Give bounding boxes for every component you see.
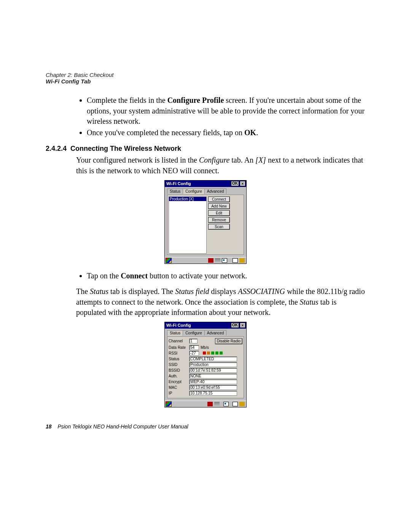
text: Your configured network is listed in the: [76, 156, 199, 164]
battery-icon[interactable]: [233, 402, 238, 406]
tab-advanced[interactable]: Advanced: [204, 189, 226, 194]
data-rate-label: Data Rate: [169, 345, 189, 350]
network-list-item[interactable]: Production [X]: [169, 197, 206, 201]
auth-label: Auth.: [169, 374, 189, 378]
tab-advanced[interactable]: Advanced: [204, 330, 226, 335]
text-bold: Connect: [121, 272, 148, 280]
bssid-label: BSSID: [169, 368, 189, 372]
ssid-label: SSID: [169, 363, 189, 367]
instruction-list: Complete the fields in the Configure Pro…: [76, 95, 365, 138]
mac-label: MAC: [169, 385, 189, 390]
list-item: Once you've completed the necessary fiel…: [87, 128, 365, 138]
text: tab is displayed. The: [108, 287, 175, 296]
text: Once you've completed the necessary fiel…: [87, 128, 244, 137]
data-rate-unit: Mb/s: [201, 345, 209, 350]
signal-bar: [207, 351, 210, 355]
dialog-titlebar: Wi-Fi Config OK ×: [165, 322, 246, 329]
text-italic: Status: [90, 287, 108, 296]
dialog-titlebar: Wi-Fi Config OK ×: [165, 181, 246, 187]
text-italic: ASSOCIATING: [238, 287, 285, 296]
tab-status[interactable]: Status: [167, 189, 183, 194]
start-icon[interactable]: [166, 401, 172, 407]
tab-configure[interactable]: Configure: [183, 189, 204, 194]
text-italic: Status: [300, 298, 319, 306]
text: tab. An: [229, 156, 255, 164]
text-bold: OK: [244, 128, 256, 137]
signal-bars: [203, 351, 224, 355]
dialog-title: Wi-Fi Config: [166, 181, 231, 186]
text: Complete the fields in the: [87, 96, 167, 104]
footer-text: Psion Teklogix NEO Hand-Held Computer Us…: [57, 423, 188, 430]
text: button to activate your network.: [148, 272, 247, 280]
signal-bar: [220, 351, 223, 355]
section-title: Connecting The Wireless Network: [70, 145, 181, 152]
body-paragraph: The Status tab is displayed. The Status …: [76, 286, 365, 318]
tab-status[interactable]: Status: [167, 330, 183, 336]
ip-label: IP: [169, 391, 189, 395]
channel-label: Channel: [169, 339, 189, 343]
tab-configure[interactable]: Configure: [183, 330, 204, 335]
remove-button[interactable]: Remove: [208, 217, 230, 223]
tray-icon[interactable]: [215, 258, 220, 263]
wifi-config-status-dialog: Wi-Fi Config OK × Status Configure Advan…: [164, 322, 247, 407]
tab-strip: Status Configure Advanced: [167, 330, 244, 335]
tray-icon[interactable]: [214, 402, 220, 406]
rssi-label: RSSI: [169, 351, 189, 355]
tab-strip: Status Configure Advanced: [167, 189, 244, 194]
scan-button[interactable]: Scan: [208, 224, 230, 230]
signal-bar: [211, 351, 214, 355]
list-item: Complete the fields in the Configure Pro…: [87, 95, 365, 127]
taskbar: [165, 401, 246, 407]
data-rate-value: 54: [189, 345, 199, 350]
tray-icon[interactable]: [223, 402, 229, 406]
close-icon[interactable]: ×: [240, 181, 245, 186]
auth-value: NONE: [189, 374, 237, 379]
encrypt-value: WEP-40: [189, 379, 237, 384]
text-italic: [X]: [255, 156, 266, 164]
instruction-list: Tap on the Connect button to activate yo…: [76, 271, 365, 281]
text: The: [76, 287, 90, 296]
status-label: Status: [169, 357, 189, 361]
wifi-config-configure-dialog: Wi-Fi Config OK × Status Configure Advan…: [164, 180, 247, 264]
encrypt-label: Encrypt: [169, 380, 189, 384]
mac-value: 00:13:e0:9d:ef:55: [189, 385, 237, 390]
edit-button[interactable]: Edit: [208, 210, 230, 216]
section-number: 2.4.2.4: [46, 145, 67, 152]
tray-icon[interactable]: [222, 258, 227, 263]
tray-icon[interactable]: [208, 258, 213, 263]
text: .: [256, 128, 258, 137]
start-icon[interactable]: [166, 258, 172, 263]
list-item: Tap on the Connect button to activate yo…: [87, 271, 365, 281]
text-bold: Configure Profile: [167, 96, 224, 104]
text: Tap on the: [87, 272, 121, 280]
tray-icon[interactable]: [239, 402, 245, 406]
bssid-value: 00:1d:7e:51:82:59: [189, 368, 237, 373]
rssi-value: -27: [189, 351, 199, 356]
chapter-header: Chapter 2: Basic Checkout: [46, 72, 365, 78]
ok-button[interactable]: OK: [231, 323, 239, 328]
chapter-subheader: Wi-Fi Config Tab: [46, 78, 365, 85]
close-icon[interactable]: ×: [240, 323, 245, 328]
text-italic: Status field: [175, 287, 209, 296]
ok-button[interactable]: OK: [231, 181, 239, 186]
connect-button[interactable]: Connect: [208, 197, 230, 202]
body-paragraph: Your configured network is listed in the…: [76, 155, 365, 176]
ssid-value: Production: [189, 362, 237, 367]
text-italic: Configure: [199, 156, 229, 164]
signal-bar: [215, 351, 218, 355]
tray-icon[interactable]: [239, 258, 245, 263]
signal-bar: [203, 351, 206, 355]
page-footer: 18 Psion Teklogix NEO Hand-Held Computer…: [46, 423, 188, 430]
battery-icon[interactable]: [233, 258, 238, 263]
network-list[interactable]: Production [X]: [169, 197, 207, 254]
taskbar: [165, 257, 246, 264]
status-value: COMPLETED: [189, 356, 237, 361]
channel-value: 1: [189, 339, 198, 343]
text: displays: [209, 287, 238, 296]
tray-icon[interactable]: [207, 402, 213, 406]
add-new-button[interactable]: Add New: [208, 203, 230, 209]
dialog-title: Wi-Fi Config: [166, 323, 231, 328]
disable-radio-button[interactable]: Disable Radio: [215, 338, 242, 344]
section-heading: 2.4.2.4 Connecting The Wireless Network: [46, 145, 365, 153]
ip-value: 10.128.75.15: [189, 391, 237, 396]
